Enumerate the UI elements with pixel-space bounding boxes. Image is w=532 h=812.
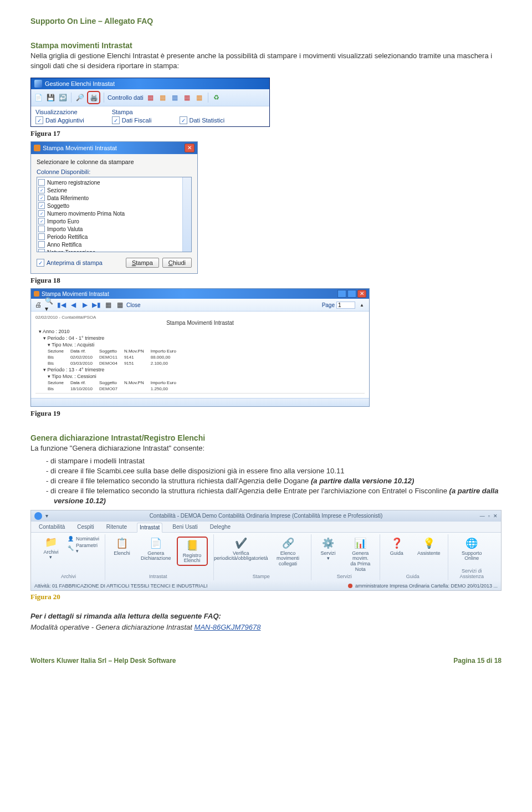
list-item[interactable]: ✓Sezione <box>38 186 190 194</box>
list-item[interactable]: Natura Transazione <box>38 248 190 252</box>
checkbox-icon: ✓ <box>38 210 45 217</box>
horizontal-scrollbar[interactable] <box>31 398 369 406</box>
first-page-icon[interactable]: ▮◀ <box>57 300 66 310</box>
list-item[interactable]: ✓Soggetto <box>38 202 190 210</box>
restore-icon[interactable]: ▫ <box>488 513 490 519</box>
new-icon[interactable]: 📄 <box>33 93 43 103</box>
doc-title: Stampa Movimenti Intrastat <box>35 320 365 328</box>
chiudi-button[interactable]: Chiudi <box>162 258 192 268</box>
grid-red-icon[interactable]: ▦ <box>146 93 156 103</box>
print-icon[interactable]: 🖨️ <box>89 93 99 103</box>
chk-label: Dati Statistici <box>190 117 225 124</box>
ribbon-tab-contabilità[interactable]: Contabilità <box>37 523 67 532</box>
list-item[interactable]: Periodo Rettifica <box>38 233 190 241</box>
chk-dati-statistici[interactable]: ✓ Dati Statistici <box>180 116 225 124</box>
list-item[interactable]: Importo Valuta <box>38 225 190 233</box>
maximize-icon[interactable] <box>347 290 356 298</box>
guida-button[interactable]: ❓ Guida <box>383 537 410 556</box>
grid-red2-icon[interactable]: ▦ <box>182 93 192 103</box>
archivi-button[interactable]: 📁 Archivi ▾ <box>38 535 64 561</box>
close-label[interactable]: Close <box>126 302 141 308</box>
table-cell: Bis <box>47 386 69 392</box>
save-icon[interactable]: 💾 <box>45 93 55 103</box>
supporto-online-button[interactable]: 🌐 Supporto Online <box>458 537 485 562</box>
bullet-item: di creare il file Scambi.cee sulla base … <box>46 466 502 476</box>
chk-dati-aggiuntivi[interactable]: ✓ Dati Aggiuntivi <box>35 116 84 124</box>
print-button-highlight: 🖨️ <box>87 91 100 104</box>
table-header: N.Mov.PN <box>123 380 150 386</box>
ribbon-tab-beni usati[interactable]: Beni Usati <box>170 523 200 532</box>
scrollbar[interactable] <box>182 177 191 252</box>
zoom-icon[interactable]: 🔍▾ <box>45 300 55 310</box>
servizi-button[interactable]: ⚙️ Servizi ▾ <box>315 537 341 562</box>
list-item[interactable]: ✓Importo Euro <box>38 217 190 225</box>
chk-dati-fiscali[interactable]: ✓ Dati Fiscali <box>112 116 152 124</box>
table-cell: 02/02/2010 <box>69 354 98 360</box>
nominativi-item[interactable]: 👤Nominativi <box>68 535 99 542</box>
preview-document: 02/02/2010 - ContabilitàIPSOA Stampa Mov… <box>31 311 369 398</box>
undo-icon[interactable]: ↩️ <box>58 93 68 103</box>
window-gestione-elenchi: Gestione Elenchi Intrastat 📄 💾 ↩️ 🔎 🖨️ C… <box>30 78 270 127</box>
minimize-icon[interactable]: — <box>480 513 485 519</box>
next-page-icon[interactable]: ▶ <box>80 300 90 310</box>
window-titlebar: Gestione Elenchi Intrastat <box>31 78 269 89</box>
preview-table-1: SezioneData rif.SoggettoN.Mov.PNImporto … <box>47 348 182 366</box>
checkbox-icon <box>38 233 45 240</box>
last-page-icon[interactable]: ▶▮ <box>91 300 101 310</box>
list-item[interactable]: ✓Data Riferimento <box>38 194 190 202</box>
print-icon[interactable]: 🖨 <box>33 300 43 310</box>
table-cell: 9151 <box>123 360 150 366</box>
checkbox-icon: ✓ <box>37 259 44 267</box>
checkbox-icon: ✓ <box>35 116 43 124</box>
grid-blue-icon[interactable]: ▦ <box>170 93 180 103</box>
nav-icon[interactable]: 🔎 <box>75 93 85 103</box>
ribbon-tab-ritenute[interactable]: Ritenute <box>104 523 129 532</box>
group-label: Guida <box>383 573 442 579</box>
wrench-icon: 🔧 <box>68 545 74 551</box>
checkbox-icon <box>38 249 45 252</box>
list-item-label: Numero movimento Prima Nota <box>47 211 125 217</box>
columns-listbox[interactable]: Numero registrazione✓Sezione✓Data Riferi… <box>37 177 192 252</box>
elenchi-button[interactable]: 📋 Elenchi <box>109 537 135 556</box>
prev-page-icon[interactable]: ◀ <box>68 300 78 310</box>
page-up-icon[interactable]: ▲ <box>357 300 367 310</box>
stampa-button[interactable]: SStampatampa <box>126 258 159 268</box>
controllo-dati-label[interactable]: Controllo dati <box>108 94 144 101</box>
registro-elenchi-button[interactable]: 📒 Registro Elenchi <box>177 537 208 566</box>
faq-link[interactable]: MAN-86GKJM79678 <box>195 623 261 631</box>
list-item[interactable]: ✓Numero movimento Prima Nota <box>38 210 190 217</box>
genera-movim-button[interactable]: 📊 Genera movim. da Prima Nota <box>347 537 374 573</box>
assistente-button[interactable]: 💡 Assistente <box>416 537 442 556</box>
list-item-label: Sezione <box>47 187 67 193</box>
elenco-movimenti-button[interactable]: 🔗 Elenco movimenti collegati <box>270 537 305 568</box>
close-icon[interactable]: ✕ <box>357 290 366 298</box>
list-item-label: Data Riferimento <box>47 195 89 201</box>
ribbon-tab-cespiti[interactable]: Cespiti <box>75 523 96 532</box>
table-cell: 2.100,00 <box>150 360 182 366</box>
refresh-icon[interactable]: ♻ <box>212 93 222 103</box>
close-icon[interactable]: ✕ <box>493 513 498 519</box>
list-item[interactable]: Numero registrazione <box>38 178 190 186</box>
ribbon-group-intrastat: 📋 Elenchi 📄 Genera Dichiarazione 📒 Regis… <box>105 534 214 581</box>
parametri-item[interactable]: 🔧Parametri ▾ <box>68 542 99 554</box>
list-item[interactable]: Anno Rettifica <box>38 241 190 248</box>
genera-dichiarazione-button[interactable]: 📄 Genera Dichiarazione <box>141 537 171 562</box>
ribbon-tab-intrastat[interactable]: Intrastat <box>137 523 162 533</box>
ribbon-tabs: ContabilitàCespitiRitenuteIntrastatBeni … <box>31 522 501 533</box>
multi-page2-icon[interactable]: ▦ <box>115 300 125 310</box>
chk-anteprima[interactable]: ✓ Anteprima di stampa <box>37 259 103 267</box>
grid-orange2-icon[interactable]: ▦ <box>195 93 204 103</box>
chk-label: Dati Aggiuntivi <box>45 117 84 124</box>
minimize-icon[interactable] <box>337 290 346 298</box>
section-body-1: Nella griglia di gestione Elenchi Intras… <box>30 51 502 71</box>
bullet-item: di creare il file telematico secondo la … <box>46 486 502 506</box>
table-cell: 9141 <box>123 354 150 360</box>
page-number-input[interactable] <box>336 302 355 309</box>
ribbon-tab-deleghe[interactable]: Deleghe <box>208 523 233 532</box>
checkbox-icon <box>38 241 45 248</box>
multi-page-icon[interactable]: ▦ <box>103 300 113 310</box>
footer-left: Wolters Kluwer Italia Srl – Help Desk So… <box>30 657 176 665</box>
grid-orange-icon[interactable]: ▦ <box>158 93 168 103</box>
close-icon[interactable]: ✕ <box>185 144 195 152</box>
verifica-button[interactable]: ✔️ Verifica periodicità/obbligatorietà <box>217 537 265 562</box>
